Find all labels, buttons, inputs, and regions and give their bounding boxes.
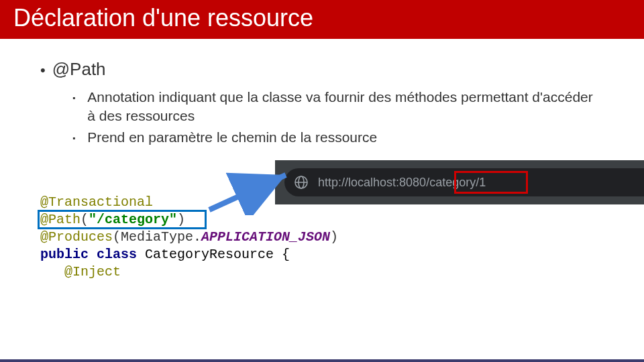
code-mediatype: (MediaType. bbox=[113, 229, 201, 245]
code-anno-inject: @Inject bbox=[40, 264, 121, 280]
footer-divider bbox=[0, 359, 644, 362]
url-pill: http://localhost:8080/category/1 bbox=[284, 168, 644, 196]
slide-title: Déclaration d'une ressource bbox=[13, 4, 631, 32]
code-paren: ) bbox=[330, 229, 338, 245]
diagram-area: http://localhost:8080/category/1 @Transa… bbox=[40, 160, 604, 294]
sub-bullet-1: ▪ Annotation indiquant que la classe va … bbox=[72, 88, 604, 125]
title-bar: Déclaration d'une ressource bbox=[0, 0, 644, 39]
url-text: http://localhost:8080/category/1 bbox=[318, 176, 486, 190]
sub-text-1: Annotation indiquant que la classe va fo… bbox=[87, 88, 604, 125]
bullet-marker: • bbox=[40, 61, 46, 80]
code-paren: ( bbox=[80, 212, 89, 227]
code-anno-produces: @Produces bbox=[40, 229, 113, 245]
sub-text-2: Prend en paramètre le chemin de la resso… bbox=[87, 128, 377, 147]
globe-icon bbox=[294, 175, 309, 190]
code-anno-transactional: @Transactional bbox=[40, 194, 153, 210]
bullet-text: @Path bbox=[52, 59, 106, 80]
sub-marker: ▪ bbox=[72, 93, 75, 103]
code-classname: CategoryResource { bbox=[145, 247, 290, 262]
sub-bullet-list: ▪ Annotation indiquant que la classe va … bbox=[72, 88, 604, 147]
code-public-class: public class bbox=[40, 247, 145, 262]
sub-bullet-2: ▪ Prend en paramètre le chemin de la res… bbox=[72, 128, 604, 147]
url-tail: /1 bbox=[476, 176, 486, 189]
code-paren: ) bbox=[177, 212, 185, 227]
main-bullet: • @Path bbox=[40, 59, 604, 80]
slide-content: • @Path ▪ Annotation indiquant que la cl… bbox=[0, 39, 644, 294]
code-block: @Transactional @Path("/category") @Produ… bbox=[40, 194, 338, 281]
code-const: APPLICATION_JSON bbox=[201, 229, 330, 245]
sub-marker: ▪ bbox=[72, 133, 75, 143]
code-anno-path: @Path bbox=[40, 212, 80, 227]
code-path-string: "/category" bbox=[89, 212, 177, 227]
url-highlight-text: /category bbox=[426, 176, 476, 189]
url-prefix: http://localhost:8080 bbox=[318, 176, 426, 189]
